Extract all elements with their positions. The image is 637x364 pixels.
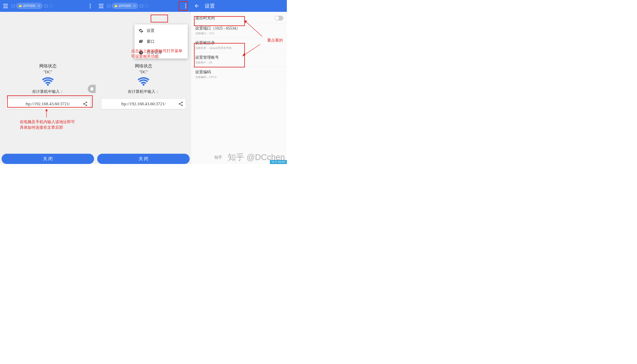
setting-title: 设置端口（1025 - 65534） — [195, 26, 283, 31]
svg-point-2 — [86, 105, 87, 106]
setting-item-root[interactable]: 设置根目录 当前目录：/sdcard/共享文件夹/ — [191, 38, 287, 52]
ftp-address: ftp://192.168.43.60:3721/ — [26, 101, 70, 106]
setting-item-account[interactable]: 设置管理账号 当前用户：DC — [191, 52, 287, 67]
tab-active[interactable]: 📁 从PC访问 ✕ — [16, 3, 43, 9]
tab-ghost — [44, 4, 48, 7]
wifi-icon — [42, 77, 54, 86]
folder-icon: 📁 — [19, 4, 22, 8]
input-prompt: 在计算机中输入： — [128, 89, 159, 94]
content-area: 网络状态 "DC" 在计算机中输入： ftp://192.168.43.60:3… — [0, 12, 96, 164]
setting-item-encoding[interactable]: 设置编码 当前编码：UTF-8 — [191, 67, 287, 82]
ftp-address-row[interactable]: ftp://192.168.43.60:3721/ — [101, 98, 186, 109]
input-prompt: 在计算机中输入： — [32, 89, 64, 94]
setting-subtitle: 当前目录：/sdcard/共享文件夹/ — [195, 46, 283, 50]
setting-item-port[interactable]: 设置端口（1025 - 65534） 当前端口：3721 — [191, 23, 287, 38]
menu-item-settings[interactable]: 设置 — [135, 25, 188, 36]
setting-title: 设置编码 — [195, 69, 283, 75]
screenshot-2: 📁 从PC访问 ✕ 网络状态 "DC" 在计算机中输入： ftp://192.1… — [96, 0, 191, 164]
folder-icon: 📁 — [114, 4, 118, 8]
clipboard-badge[interactable] — [88, 85, 96, 93]
topbar: 📁 从PC访问 ✕ — [96, 0, 191, 12]
tab-label: 从PC访问 — [119, 4, 131, 8]
settings-title: 设置 — [205, 2, 215, 10]
menu-item-label: 设置 — [147, 28, 155, 33]
settings-list: 退出时关闭 设置端口（1025 - 65534） 当前端口：3721 设置根目录… — [191, 12, 287, 83]
net-state-label: 网络状态 — [39, 63, 57, 69]
close-button[interactable]: 关 闭 — [97, 154, 190, 164]
corner-badge: Win10 系统管理 — [270, 160, 287, 164]
more-icon[interactable] — [86, 2, 94, 10]
setting-item-exit-close[interactable]: 退出时关闭 — [191, 13, 287, 23]
close-icon[interactable]: ✕ — [38, 4, 40, 8]
tab-ghost — [49, 4, 53, 7]
screenshot-1: 📁 从PC访问 ✕ 网络状态 "DC" 在计算机中输入： ftp://192.1… — [0, 0, 96, 164]
setting-title: 退出时关闭 — [195, 15, 283, 21]
close-button[interactable]: 关 闭 — [2, 154, 94, 164]
share-icon[interactable] — [83, 101, 88, 106]
clock-icon — [138, 50, 144, 55]
menu-item-window[interactable]: 窗口 — [135, 36, 188, 47]
share-icon[interactable] — [178, 101, 183, 106]
net-state-label: 网络状态 — [135, 63, 152, 69]
tab-ghost — [145, 4, 149, 7]
menu-icon[interactable] — [97, 2, 105, 10]
menu-item-label: 历史记录 — [147, 50, 163, 55]
setting-title: 设置根目录 — [195, 40, 283, 46]
svg-point-7 — [181, 105, 183, 106]
more-icon[interactable] — [182, 2, 190, 10]
ssid-label: "DC" — [43, 70, 52, 74]
content-area: 网络状态 "DC" 在计算机中输入： ftp://192.168.43.60:3… — [96, 12, 191, 164]
tab-ghost — [140, 4, 143, 7]
toggle-switch[interactable] — [275, 16, 283, 20]
svg-point-1 — [83, 103, 85, 105]
tab-label: 从PC访问 — [23, 4, 35, 8]
tab-ghost — [107, 4, 111, 7]
wifi-icon — [138, 77, 150, 86]
ftp-address-row[interactable]: ftp://192.168.43.60:3721/ — [6, 98, 90, 109]
svg-point-0 — [86, 102, 87, 103]
overflow-menu: 设置 窗口 历史记录 — [135, 24, 188, 58]
gear-icon — [138, 28, 144, 33]
window-icon — [138, 39, 144, 44]
svg-point-5 — [181, 102, 183, 103]
svg-rect-9 — [140, 40, 143, 42]
settings-topbar: 设置 — [191, 0, 287, 12]
tab-ghost — [12, 4, 15, 7]
tab-active[interactable]: 📁 从PC访问 ✕ — [112, 3, 138, 9]
menu-icon[interactable] — [2, 2, 10, 10]
center-block: 网络状态 "DC" 在计算机中输入： ftp://192.168.43.60:3… — [0, 63, 96, 109]
svg-point-6 — [179, 103, 180, 105]
close-icon[interactable]: ✕ — [134, 4, 136, 8]
screenshot-3: 设置 退出时关闭 设置端口（1025 - 65534） 当前端口：3721 设置… — [191, 0, 287, 164]
center-block: 网络状态 "DC" 在计算机中输入： ftp://192.168.43.60:3… — [96, 63, 191, 109]
ssid-label: "DC" — [139, 70, 148, 74]
back-icon[interactable] — [194, 3, 200, 9]
setting-subtitle: 当前用户：DC — [195, 61, 283, 64]
menu-item-label: 窗口 — [147, 39, 155, 44]
topbar: 📁 从PC访问 ✕ — [0, 0, 96, 12]
menu-item-history[interactable]: 历史记录 — [135, 47, 188, 58]
setting-subtitle: 当前编码：UTF-8 — [195, 76, 283, 79]
ftp-address: ftp://192.168.43.60:3721/ — [121, 101, 166, 106]
setting-subtitle: 当前端口：3721 — [195, 32, 283, 35]
setting-title: 设置管理账号 — [195, 55, 283, 60]
